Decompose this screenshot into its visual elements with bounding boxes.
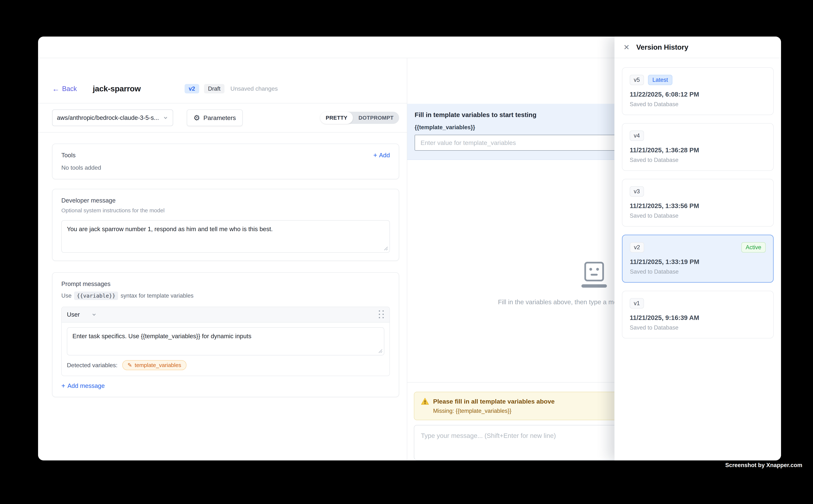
version-label-badge: v3 [630,186,644,197]
version-saved-status: Saved to Database [630,157,766,163]
draft-badge: Draft [204,84,225,93]
template-variable-chip[interactable]: ✎ template_variables [122,360,186,370]
active-badge: Active [741,242,766,253]
developer-message-title: Developer message [61,197,390,204]
version-date: 11/21/2025, 1:36:28 PM [630,146,766,154]
version-card-v3[interactable]: v3 11/21/2025, 1:33:56 PM Saved to Datab… [622,179,774,227]
version-saved-status: Saved to Database [630,324,766,331]
version-history-panel: ✕ Version History v5 Latest 11/22/2025, … [615,37,781,460]
developer-message-card: Developer message Optional system instru… [52,189,399,261]
version-label-badge: v2 [630,242,644,253]
watermark-text: Screenshot by Xnapper.com [725,462,802,469]
detected-variables-label: Detected variables: [67,362,117,369]
back-arrow-icon: ← [52,85,59,92]
editor-toolbar: aws/anthropic/bedrock-claude-3-5-s... ⚙ … [38,103,407,133]
user-message-textarea[interactable] [67,327,384,355]
chevron-down-icon[interactable] [91,312,97,317]
version-saved-status: Saved to Database [630,268,766,275]
version-label-badge: v4 [630,131,644,141]
add-tool-button[interactable]: + Add [373,152,390,159]
version-label-badge: v1 [630,298,644,308]
syntax-hint: Use {{variable}} syntax for template var… [61,292,390,300]
editor-scroll-area: Tools + Add No tools added Developer mes… [38,133,407,460]
warning-triangle-icon [421,398,429,405]
developer-message-textarea[interactable] [61,220,390,253]
model-select[interactable]: aws/anthropic/bedrock-claude-3-5-s... [52,109,173,126]
latest-badge: Latest [648,75,673,85]
version-card-v1[interactable]: v1 11/21/2025, 9:16:39 AM Saved to Datab… [622,291,774,338]
syntax-prefix: Use [61,292,71,299]
variable-syntax-chip: {{variable}} [74,292,118,300]
toggle-pretty[interactable]: PRETTY [320,112,353,124]
app-window: ← Back jack-sparrow v2 Draft Unsaved cha… [38,37,781,460]
back-button[interactable]: ← Back [52,85,77,93]
version-date: 11/22/2025, 6:08:12 PM [630,91,766,98]
version-label-badge: v5 [630,75,644,85]
close-icon[interactable]: ✕ [624,44,630,51]
version-saved-status: Saved to Database [630,212,766,219]
message-header: User [62,307,390,323]
chevron-down-icon [163,115,168,121]
add-message-button[interactable]: + Add message [61,382,390,389]
version-date: 11/21/2025, 1:33:19 PM [630,258,766,265]
back-label: Back [62,85,77,93]
format-toggle: PRETTY DOTPROMPT [320,112,399,124]
template-variable-name: template_variables [135,362,181,368]
prompt-messages-card: Prompt messages Use {{variable}} syntax … [52,272,399,397]
syntax-suffix: syntax for template variables [121,292,193,299]
message-block: User [61,307,390,376]
toggle-dotprompt[interactable]: DOTPROMPT [353,112,399,124]
pencil-icon: ✎ [127,362,132,368]
tools-title: Tools [61,152,76,159]
version-saved-status: Saved to Database [630,101,766,108]
version-card-v4[interactable]: v4 11/21/2025, 1:36:28 PM Saved to Datab… [622,123,774,171]
parameters-button[interactable]: ⚙ Parameters [187,109,243,126]
prompt-editor-panel: ← Back jack-sparrow v2 Draft Unsaved cha… [38,58,407,460]
version-date: 11/21/2025, 9:16:39 AM [630,314,766,321]
model-select-value: aws/anthropic/bedrock-claude-3-5-s... [57,114,163,121]
plus-icon: + [61,383,65,389]
developer-message-subtitle: Optional system instructions for the mod… [61,207,390,214]
parameters-label: Parameters [204,114,236,121]
plus-icon: + [373,152,377,159]
warning-title: Please fill in all template variables ab… [433,398,555,405]
version-badge: v2 [184,84,199,93]
robot-icon [581,262,607,288]
editor-header: ← Back jack-sparrow v2 Draft Unsaved cha… [38,58,407,103]
gear-icon: ⚙ [193,114,200,121]
version-date: 11/21/2025, 1:33:56 PM [630,202,766,210]
prompt-messages-title: Prompt messages [61,280,390,287]
version-list: v5 Latest 11/22/2025, 6:08:12 PM Saved t… [615,58,781,348]
detected-variables-row: Detected variables: ✎ template_variables [62,355,390,376]
role-select-value: User [67,311,80,318]
add-tool-label: Add [379,152,390,159]
version-history-title: Version History [637,43,689,51]
version-card-v5[interactable]: v5 Latest 11/22/2025, 6:08:12 PM Saved t… [622,67,774,115]
version-history-header: ✕ Version History [615,37,781,58]
page-title: jack-sparrow [93,84,140,93]
unsaved-changes-label: Unsaved changes [231,85,278,92]
tools-card: Tools + Add No tools added [52,144,399,179]
no-tools-text: No tools added [61,164,390,171]
version-card-v2-active[interactable]: v2 Active 11/21/2025, 1:33:19 PM Saved t… [622,235,774,283]
add-message-label: Add message [67,382,105,389]
drag-handle-icon[interactable] [379,310,384,319]
